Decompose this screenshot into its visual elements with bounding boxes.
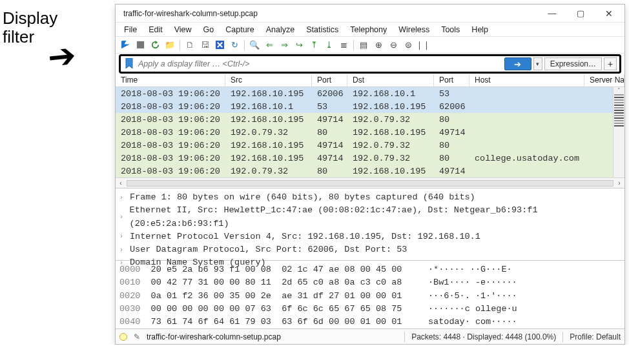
status-sep — [404, 332, 405, 342]
menu-edit[interactable]: Edit — [143, 23, 169, 36]
chevron-right-icon[interactable]: › — [119, 232, 126, 241]
menu-bar: File Edit View Go Capture Analyze Statis… — [116, 23, 624, 37]
packet-list-pane: Time Src Port Dst Port Host Server Name … — [116, 74, 624, 188]
display-filter-bar: ➔ ▾ Expression… + — [119, 54, 621, 74]
minimap-strip — [614, 94, 624, 177]
status-profile[interactable]: Profile: Default — [570, 332, 621, 341]
col-header-src-port[interactable]: Port — [312, 74, 347, 86]
resize-columns-icon[interactable]: ❘❘ — [417, 39, 429, 51]
plus-icon: + — [608, 59, 613, 69]
col-header-host[interactable]: Host — [469, 74, 584, 86]
auto-scroll-icon[interactable]: ≣ — [338, 39, 349, 51]
annotation-line-2: filter — [3, 28, 34, 46]
edit-capture-comment-icon[interactable]: ✎ — [134, 332, 140, 341]
restart-capture-icon[interactable] — [149, 39, 161, 51]
annotation-line-1: Display — [3, 9, 57, 28]
arrow-right-icon: ➔ — [514, 59, 521, 69]
apply-filter-button[interactable]: ➔ — [504, 57, 531, 70]
detail-text: User Datagram Protocol, Src Port: 62006,… — [130, 243, 407, 256]
detail-row: ›Internet Protocol Version 4, Src: 192.1… — [119, 230, 621, 243]
packet-minimap[interactable]: ˄ — [613, 87, 624, 177]
scroll-left-icon[interactable]: ‹ — [116, 179, 126, 187]
capture-options-icon[interactable]: 📁 — [164, 39, 176, 51]
col-header-server-name[interactable]: Server Name — [584, 74, 624, 86]
packet-row[interactable]: 2018-08-03 19:06:20192.168.10.153192.168… — [116, 100, 613, 113]
scroll-up-icon[interactable]: ˄ — [614, 87, 624, 94]
maximize-button[interactable]: ▢ — [566, 5, 595, 23]
svg-rect-0 — [136, 41, 143, 48]
menu-wireless[interactable]: Wireless — [393, 23, 435, 36]
start-capture-icon[interactable] — [119, 39, 131, 51]
stop-capture-icon[interactable] — [134, 39, 146, 51]
toolbar-sep — [353, 40, 354, 50]
chevron-right-icon[interactable]: › — [119, 193, 126, 203]
colorize-icon[interactable]: ▤ — [358, 39, 369, 51]
hscroll-thumb[interactable] — [127, 180, 614, 187]
zoom-reset-icon[interactable]: ⊜ — [402, 39, 414, 51]
bookmark-icon[interactable] — [123, 58, 135, 70]
chevron-right-icon[interactable]: › — [119, 212, 126, 222]
save-file-icon[interactable]: 🖫 — [199, 39, 211, 51]
menu-file[interactable]: File — [118, 23, 143, 36]
go-first-icon[interactable]: ⤒ — [308, 39, 320, 51]
menu-tools[interactable]: Tools — [435, 23, 466, 36]
packet-row[interactable]: 2018-08-03 19:06:20192.168.10.1956200619… — [116, 87, 613, 100]
packet-row[interactable]: 2018-08-03 19:06:20192.168.10.1954971419… — [116, 139, 613, 152]
close-button[interactable]: ✕ — [595, 5, 623, 23]
annotation-arrow-icon: ➔ — [2, 46, 77, 70]
col-header-dst[interactable]: Dst — [347, 74, 434, 86]
packet-bytes-pane[interactable]: 0000 20 e5 2a b6 93 f1 00 08 02 1c 47 ae… — [116, 260, 624, 329]
zoom-out-icon[interactable]: ⊖ — [387, 39, 399, 51]
status-sep — [562, 332, 563, 342]
chevron-right-icon[interactable]: › — [119, 245, 126, 255]
detail-row: ›Frame 1: 80 bytes on wire (640 bits), 8… — [119, 191, 621, 204]
open-file-icon[interactable]: 🗋 — [184, 39, 196, 51]
menu-capture[interactable]: Capture — [220, 23, 260, 36]
display-filter-input[interactable] — [137, 57, 502, 70]
go-forward-icon[interactable]: ⇒ — [278, 39, 290, 51]
minimize-icon: — — [548, 8, 557, 18]
detail-row: ›User Datagram Protocol, Src Port: 62006… — [119, 243, 621, 256]
menu-statistics[interactable]: Statistics — [300, 23, 344, 36]
find-packet-icon[interactable]: 🔍 — [249, 39, 260, 51]
col-header-time[interactable]: Time — [116, 74, 225, 86]
annotation: Display filter ➔ — [3, 4, 111, 66]
expression-label: Expression… — [550, 59, 596, 68]
packet-details-pane[interactable]: ›Frame 1: 80 bytes on wire (640 bits), 8… — [116, 188, 624, 260]
scroll-right-icon[interactable]: › — [614, 179, 624, 187]
packet-list-rows[interactable]: 2018-08-03 19:06:20192.168.10.1956200619… — [116, 87, 613, 177]
detail-text: Frame 1: 80 bytes on wire (640 bits), 80… — [130, 191, 475, 204]
packet-row[interactable]: 2018-08-03 19:06:20192.0.79.3280192.168.… — [116, 165, 613, 177]
minimize-button[interactable]: — — [538, 5, 566, 23]
status-file-name: traffic-for-wireshark-column-setup.pcap — [147, 332, 398, 341]
toolbar-sep — [180, 40, 180, 50]
packet-list-hscroll[interactable]: ‹ › — [116, 177, 624, 188]
packet-row[interactable]: 2018-08-03 19:06:20192.168.10.1954971419… — [116, 152, 613, 165]
go-last-icon[interactable]: ⤓ — [323, 39, 335, 51]
chevron-down-icon: ▾ — [536, 61, 539, 67]
menu-help[interactable]: Help — [466, 23, 494, 36]
menu-view[interactable]: View — [169, 23, 198, 36]
detail-text: Ethernet II, Src: HewlettP_1c:47:ae (00:… — [130, 204, 621, 230]
expert-indicator-icon[interactable] — [119, 333, 127, 341]
menu-analyze[interactable]: Analyze — [260, 23, 300, 36]
col-header-src[interactable]: Src — [225, 74, 312, 86]
detail-text: Internet Protocol Version 4, Src: 192.16… — [130, 230, 480, 243]
close-file-icon[interactable] — [214, 39, 225, 51]
menu-telephony[interactable]: Telephony — [344, 23, 393, 36]
reload-icon[interactable]: ↻ — [229, 39, 240, 51]
status-packet-count: Packets: 4448 · Displayed: 4448 (100.0%) — [411, 332, 556, 341]
expression-button[interactable]: Expression… — [544, 57, 602, 70]
menu-go[interactable]: Go — [198, 23, 220, 36]
col-header-dst-port[interactable]: Port — [434, 74, 469, 86]
close-icon: ✕ — [605, 8, 613, 19]
packet-row[interactable]: 2018-08-03 19:06:20192.168.10.1954971419… — [116, 113, 613, 126]
go-back-icon[interactable]: ⇐ — [263, 39, 275, 51]
add-filter-button[interactable]: + — [604, 57, 617, 70]
filter-history-dropdown[interactable]: ▾ — [533, 57, 542, 70]
maximize-icon: ▢ — [577, 8, 584, 18]
packet-row[interactable]: 2018-08-03 19:06:20192.0.79.3280192.168.… — [116, 126, 613, 139]
zoom-in-icon[interactable]: ⊕ — [373, 39, 384, 51]
go-to-packet-icon[interactable]: ↪ — [293, 39, 305, 51]
status-bar: ✎ traffic-for-wireshark-column-setup.pca… — [116, 329, 624, 344]
